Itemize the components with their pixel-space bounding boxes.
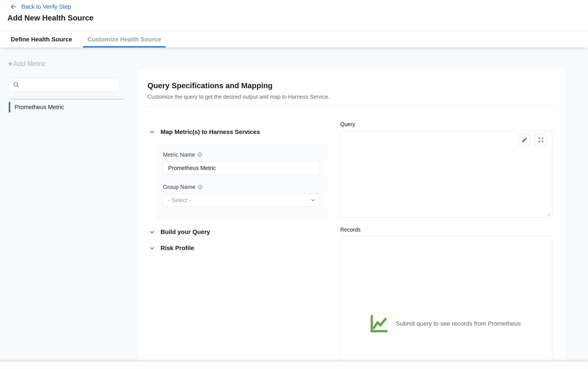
info-icon[interactable] (198, 184, 203, 189)
resize-handle[interactable] (546, 212, 551, 216)
query-editor-wrap (340, 131, 552, 218)
section-build-query-toggle[interactable]: Build your Query (149, 229, 340, 235)
tab-define-health-source[interactable]: Define Health Source (0, 31, 83, 48)
metric-name-label: Metric Name (163, 151, 195, 158)
info-icon[interactable] (197, 152, 202, 157)
expand-icon (538, 137, 544, 143)
add-metric-label: Add Metric (13, 60, 46, 68)
tab-customize-health-source[interactable]: Customize Health Source (83, 31, 166, 48)
plus-icon: + (8, 60, 13, 68)
metric-name-label-row: Metric Name (163, 151, 321, 158)
selected-indicator-bar (9, 102, 10, 112)
section-risk-profile-label: Risk Profile (160, 245, 194, 252)
card-header: Query Specifications and Mapping Customi… (138, 69, 565, 107)
group-name-field: Group Name - Select - (163, 184, 321, 207)
chevron-down-icon[interactable] (149, 245, 155, 251)
chevron-down-icon (310, 197, 316, 203)
section-map-metric-toggle[interactable]: Map Metric(s) to Harness Services (149, 129, 340, 136)
expand-query-button[interactable] (535, 134, 547, 146)
query-specifications-card: Query Specifications and Mapping Customi… (138, 69, 565, 369)
chevron-up-icon[interactable] (149, 129, 155, 135)
group-name-select[interactable]: - Select - (163, 194, 320, 207)
metric-name-input[interactable] (163, 161, 320, 174)
section-build-query-label: Build your Query (160, 229, 210, 235)
query-actions (518, 134, 547, 146)
edit-query-button[interactable] (518, 134, 531, 146)
map-metric-panel: Metric Name Group Name (156, 144, 327, 219)
chevron-down-icon[interactable] (149, 229, 155, 235)
query-column: Query (340, 107, 565, 367)
section-risk-profile-toggle[interactable]: Risk Profile (149, 245, 340, 252)
add-health-source-page: Back to Verify Step Add New Health Sourc… (0, 0, 588, 369)
metric-search-box[interactable] (9, 78, 119, 91)
group-name-label-row: Group Name (163, 184, 321, 190)
line-chart-icon (368, 313, 390, 335)
records-label: Records (340, 227, 552, 233)
tab-bar: Define Health Source Customize Health So… (0, 31, 588, 48)
arrow-left-icon[interactable] (10, 3, 17, 10)
query-label: Query (340, 121, 552, 127)
sidebar-divider (9, 99, 124, 99)
records-empty-state: Submit query to see records from Prometh… (368, 313, 521, 335)
card-title: Query Specifications and Mapping (147, 81, 555, 90)
page-title: Add New Health Source (7, 13, 94, 22)
section-map-metric-label: Map Metric(s) to Harness Services (160, 129, 260, 136)
page-header: Back to Verify Step Add New Health Sourc… (0, 0, 588, 31)
search-icon (13, 81, 19, 88)
add-metric-button[interactable]: + Add Metric (8, 60, 46, 68)
content-area: + Add Metric Prometheus Metric Query Spe… (0, 48, 588, 369)
metric-item-label: Prometheus Metric (15, 104, 64, 111)
footer-bar (0, 362, 588, 369)
metrics-sidebar: + Add Metric Prometheus Metric (0, 48, 138, 369)
mapping-column: Map Metric(s) to Harness Services Metric… (138, 107, 340, 367)
card-subtitle: Customize the query to get the desired o… (147, 93, 555, 100)
group-name-label: Group Name (163, 184, 195, 190)
metric-search-input[interactable] (22, 81, 115, 88)
card-body: Map Metric(s) to Harness Services Metric… (138, 107, 565, 367)
sidebar-item-prometheus-metric[interactable]: Prometheus Metric (9, 102, 64, 112)
records-panel: Submit query to see records from Prometh… (340, 236, 552, 367)
back-to-verify-step-link[interactable]: Back to Verify Step (10, 3, 71, 10)
records-empty-text: Submit query to see records from Prometh… (396, 320, 521, 327)
group-name-select-value: - Select - (168, 197, 191, 204)
pencil-icon (522, 137, 528, 143)
back-link-label[interactable]: Back to Verify Step (21, 3, 71, 10)
